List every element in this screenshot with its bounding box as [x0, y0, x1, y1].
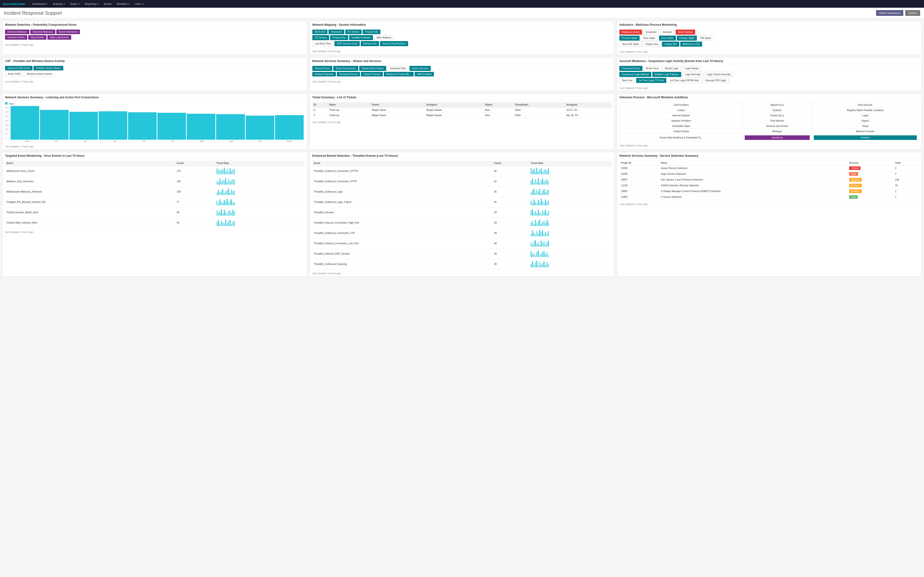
svg-rect-115 — [546, 190, 548, 195]
suspicious-login-btn[interactable]: Suspicious Login Attempt — [619, 72, 651, 77]
unusual-vpn-btn[interactable]: Unusual VPN Login — [703, 78, 729, 83]
svg-rect-113 — [544, 189, 544, 195]
unique-process-btn[interactable]: Unique Process — [361, 72, 383, 76]
change-spike-btn[interactable]: Change Spike — [677, 35, 697, 40]
brand-center: Center — [15, 2, 25, 6]
active-ssid-btn[interactable]: Active SSID — [5, 71, 23, 76]
svc-severity: Medium — [848, 183, 893, 189]
chart-bar — [69, 112, 98, 140]
indicator-btn[interactable]: Indicator — [660, 29, 674, 35]
nav-reporting[interactable]: Reporting ▼ — [82, 0, 102, 8]
first-login-to-btn[interactable]: 1st Time Login TO Host — [636, 78, 666, 83]
new-exe-spike-btn[interactable]: New EXE Spike — [619, 42, 642, 47]
svg-rect-100 — [544, 182, 544, 185]
prefetch-btn[interactable]: Prefetch — [814, 135, 917, 140]
data-leak-btn[interactable]: Data Leak Events — [47, 35, 71, 40]
untrusted-path-btn[interactable]: Untrusted Path — [387, 66, 409, 71]
ticket-name: Ticket op... — [328, 108, 370, 113]
nav-dashboard[interactable]: Dashboard ▼ — [30, 0, 50, 8]
event-trend — [529, 218, 612, 228]
virus-events-btn[interactable]: Virus Events — [28, 35, 47, 40]
process-spike-btn[interactable]: Process Spike — [619, 35, 640, 40]
product-info-btn[interactable]: Product Info — [363, 29, 380, 34]
brand-logo[interactable]: SecurityCenter — [3, 2, 25, 6]
nav-assets[interactable]: Assets — [101, 0, 114, 8]
hostname-btn[interactable]: Hostname — [328, 29, 344, 34]
network-info-btn[interactable]: Network Info — [361, 41, 379, 46]
startup-programs-btn[interactable]: Startup Programs — [312, 72, 336, 76]
wmi-enabled-btn[interactable]: WMI Enabled — [415, 72, 434, 76]
unique-win-btn[interactable]: Unique Win — [662, 42, 679, 47]
botnet-row: Threatlist_Inbound_Connection_High_Port2… — [312, 218, 612, 228]
running-process-btn[interactable]: Running Process — [337, 72, 360, 76]
shared-drives-btn[interactable]: Shared Drives — [312, 66, 332, 71]
autorun-row: Internet Explorer Known DLLs Logon — [620, 113, 919, 118]
autorun-cell: Network Providers — [620, 118, 743, 124]
virus-row: Malware_Host_Summary 134 — [5, 176, 305, 187]
malicious-lce-btn[interactable]: Malicious (LCE) — [680, 42, 702, 47]
pc-vendor-btn[interactable]: PC Vendor — [345, 29, 362, 34]
fim-spike-btn[interactable]: FIM Spike — [698, 35, 714, 40]
chart-bar — [128, 112, 157, 140]
svc-severity: High — [848, 171, 893, 177]
svg-rect-75 — [231, 224, 232, 226]
shared-drive-history-btn[interactable]: Shared Drive History — [359, 66, 386, 71]
unwanted-btn[interactable]: Unwanted — [643, 29, 659, 35]
windows-process-btn[interactable]: Windows Process Mo... — [384, 72, 414, 76]
portable-device-btn[interactable]: Portable Device History — [34, 66, 63, 71]
javascript-btn[interactable]: JavaScript — [745, 135, 809, 140]
svg-rect-128 — [546, 202, 548, 205]
error-spike-btn[interactable]: Error Spike — [659, 35, 676, 40]
svg-rect-165 — [544, 234, 544, 236]
first-login-from-btn[interactable]: 1st Time Login FROM Host — [667, 78, 702, 83]
options-button[interactable]: Options — [905, 10, 920, 16]
login-anomaly-btn[interactable]: Login Anomaly — [682, 72, 703, 77]
nav-workflow[interactable]: Workflow ▼ — [114, 0, 132, 8]
nav-analysis[interactable]: Analysis ▼ — [50, 0, 68, 8]
svg-rect-29 — [221, 191, 222, 195]
sparkline-svg — [216, 188, 236, 195]
ticket-row-1[interactable]: 6 Ticket op... Megan Daud... Megan Daude… — [312, 108, 612, 113]
attached-usb-btn[interactable]: Attached USB Drives — [5, 66, 32, 71]
intrusion-events-btn[interactable]: Intrusion Events — [5, 35, 27, 40]
event-name: Threatlist_Inbound_Connection_High_Port — [312, 218, 493, 228]
password-guess-btn[interactable]: Password Guess — [619, 66, 643, 71]
svc-name: X Service Detection — [659, 194, 848, 200]
os-version-btn[interactable]: OS Version — [312, 35, 330, 40]
svg-rect-33 — [227, 190, 228, 195]
svg-rect-177 — [542, 243, 543, 247]
sparkline-svg — [216, 198, 236, 205]
svg-rect-191 — [544, 251, 544, 257]
installed-software-btn[interactable]: Installed Software — [349, 35, 373, 40]
dns-servers-btn[interactable]: DNS Servers Used — [334, 41, 360, 46]
mac-address-btn[interactable]: MAC Address — [374, 35, 394, 40]
detected-malware-btn[interactable]: Detected Malware — [5, 29, 29, 34]
login-sweep-btn[interactable]: Login Sweep — [682, 66, 701, 71]
detected-malicious-btn[interactable]: Detected Malicious — [30, 29, 55, 34]
autorun-cell: Winsock Provider — [812, 129, 919, 134]
ticket-row-2[interactable]: 2 Ticket op... Megan Daud... Megan Daude… — [312, 113, 612, 118]
svg-rect-202 — [541, 264, 542, 268]
chart-x-labels: 3389 445 135 139 138 137 5355 4500 500 4… — [12, 140, 305, 142]
bios-info-btn[interactable]: BIOS Info — [312, 29, 328, 34]
nav-scans[interactable]: Scans ▼ — [68, 0, 82, 8]
wireless-device-btn[interactable]: Wireless Device History — [24, 71, 55, 76]
multi-crashes-btn[interactable]: Multi Crashes — [676, 29, 695, 35]
service-pack-btn[interactable]: Service Pack/Patches — [380, 41, 408, 46]
login-failure-anomaly-btn[interactable]: Login Failure Anomaly — [704, 72, 733, 77]
new-user-btn[interactable]: New User — [619, 78, 635, 83]
unique-unix-btn[interactable]: Unique Unix — [643, 42, 661, 47]
virus-spike-btn[interactable]: Virus Spike — [641, 35, 658, 40]
bars-area — [10, 106, 305, 140]
switch-dashboard-button[interactable]: Switch Dashboard — [876, 10, 903, 16]
malicious-scan-btn[interactable]: Malicious (Scan) — [619, 29, 642, 35]
brute-force-btn[interactable]: Brute Force — [643, 66, 661, 71]
last-boot-btn[interactable]: Last Boot Time — [312, 41, 334, 46]
botnet-interaction-btn[interactable]: Botnet Interaction — [56, 29, 80, 34]
share-permissions-btn[interactable]: Share Permissions — [333, 66, 358, 71]
active-services-btn[interactable]: Active Services — [410, 66, 431, 71]
multiple-login-btn[interactable]: Multiple Login Failures — [652, 72, 681, 77]
nav-users[interactable]: Users ▼ — [132, 0, 147, 8]
product-key-btn[interactable]: Product Key — [330, 35, 348, 40]
botnet-login-btn[interactable]: Botnet Login — [662, 66, 681, 71]
